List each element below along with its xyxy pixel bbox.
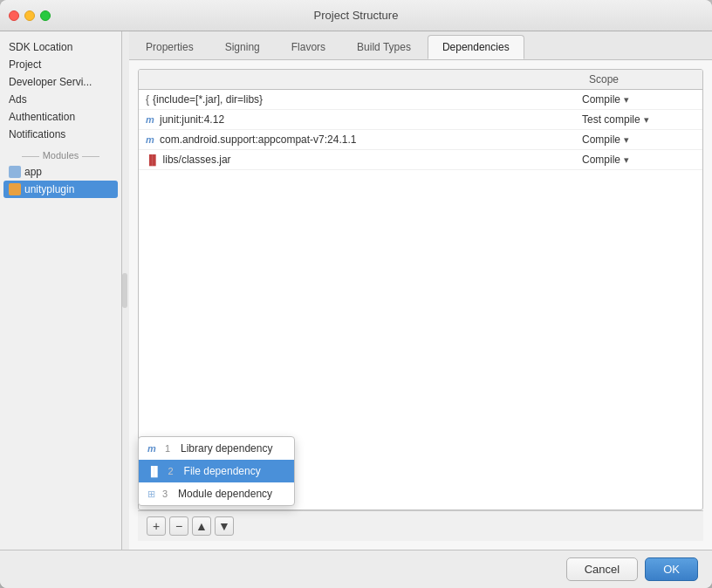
row-name-fileinclude: { {include=[*.jar], dir=libs}	[146, 93, 582, 106]
sidebar-module-unityplugin[interactable]: unityplugin	[3, 181, 118, 198]
add-dependency-button[interactable]: +	[147, 516, 166, 536]
sidebar-item-project[interactable]: Project	[0, 56, 121, 73]
library-m-icon: m	[147, 443, 158, 454]
cancel-button[interactable]: Cancel	[566, 557, 638, 581]
row-name-libsjar: ▐▌ libs/classes.jar	[146, 154, 582, 166]
file-jar-icon: ▐▌	[147, 466, 161, 476]
menu-item-module-dependency[interactable]: ⊞ 3 Module dependency	[139, 482, 294, 505]
col-scope-header: Scope	[582, 73, 695, 85]
dependency-toolbar: + − ▲ ▼	[138, 510, 703, 541]
tab-properties[interactable]: Properties	[131, 35, 209, 59]
main-content: SDK Location Project Developer Servi... …	[0, 31, 712, 550]
sidebar-item-authentication[interactable]: Authentication	[0, 108, 121, 126]
m-icon: m	[146, 134, 156, 145]
sidebar-item-sdk-location[interactable]: SDK Location	[0, 38, 121, 56]
row-name-appcompat: m com.android.support:appcompat-v7:24.1.…	[146, 133, 582, 146]
app-module-label: app	[24, 166, 42, 178]
tab-build-types[interactable]: Build Types	[342, 35, 426, 59]
bottom-bar: Cancel OK	[0, 550, 712, 588]
row-scope-junit: Test compile ▾	[582, 113, 695, 126]
table-row[interactable]: ▐▌ libs/classes.jar Compile ▾	[139, 150, 702, 170]
tab-dependencies[interactable]: Dependencies	[428, 35, 524, 59]
table-row[interactable]: m junit:junit:4.12 Test compile ▾	[139, 110, 702, 130]
traffic-lights	[9, 10, 51, 21]
unityplugin-module-label: unityplugin	[24, 183, 74, 195]
menu-item-library-dependency[interactable]: m 1 Library dependency	[139, 437, 294, 460]
move-down-button[interactable]: ▼	[215, 516, 234, 536]
row-name-junit: m junit:junit:4.12	[146, 113, 582, 126]
right-panel: Properties Signing Flavors Build Types D…	[129, 31, 712, 550]
sidebar: SDK Location Project Developer Servi... …	[0, 31, 122, 550]
remove-dependency-button[interactable]: −	[169, 516, 188, 536]
scope-dropdown-1[interactable]: ▾	[644, 114, 649, 126]
scope-dropdown-2[interactable]: ▾	[624, 134, 629, 146]
row-scope-appcompat: Compile ▾	[582, 133, 695, 146]
dependency-area: Scope { {include=[*.jar], dir=libs} Comp…	[129, 60, 712, 550]
tab-signing[interactable]: Signing	[210, 35, 275, 59]
sidebar-item-developer-services[interactable]: Developer Servi...	[0, 73, 121, 91]
project-structure-window: Project Structure SDK Location Project D…	[0, 0, 712, 588]
tab-bar: Properties Signing Flavors Build Types D…	[129, 31, 712, 60]
add-dependency-menu: m 1 Library dependency ▐▌ 2 File depende…	[138, 436, 295, 506]
table-header: Scope	[139, 70, 702, 90]
module-dep-icon: ⊞	[147, 489, 155, 500]
menu-item-file-dependency[interactable]: ▐▌ 2 File dependency	[139, 460, 294, 482]
window-title: Project Structure	[314, 9, 399, 22]
sidebar-resize-handle[interactable]	[122, 273, 127, 308]
scope-dropdown-3[interactable]: ▾	[624, 154, 629, 166]
row-scope-fileinclude: Compile ▾	[582, 93, 695, 106]
table-row[interactable]: { {include=[*.jar], dir=libs} Compile ▾	[139, 90, 702, 110]
minimize-button[interactable]	[24, 10, 35, 21]
maximize-button[interactable]	[40, 10, 51, 21]
unityplugin-module-icon	[9, 183, 21, 195]
move-up-button[interactable]: ▲	[192, 516, 211, 536]
ok-button[interactable]: OK	[645, 557, 698, 581]
sidebar-item-ads[interactable]: Ads	[0, 91, 121, 108]
app-module-icon	[9, 166, 21, 178]
col-name-header	[146, 73, 582, 85]
sidebar-module-app[interactable]: app	[0, 163, 121, 181]
table-row[interactable]: m com.android.support:appcompat-v7:24.1.…	[139, 130, 702, 150]
titlebar: Project Structure	[0, 0, 712, 31]
tab-flavors[interactable]: Flavors	[277, 35, 340, 59]
scope-dropdown-0[interactable]: ▾	[624, 94, 629, 106]
braces-icon: {	[146, 93, 149, 106]
modules-section-label: Modules	[0, 143, 121, 163]
sidebar-item-notifications[interactable]: Notifications	[0, 126, 121, 143]
close-button[interactable]	[9, 10, 19, 21]
jar-icon: ▐▌	[146, 154, 160, 165]
m-icon: m	[146, 114, 156, 125]
row-scope-libsjar: Compile ▾	[582, 154, 695, 166]
